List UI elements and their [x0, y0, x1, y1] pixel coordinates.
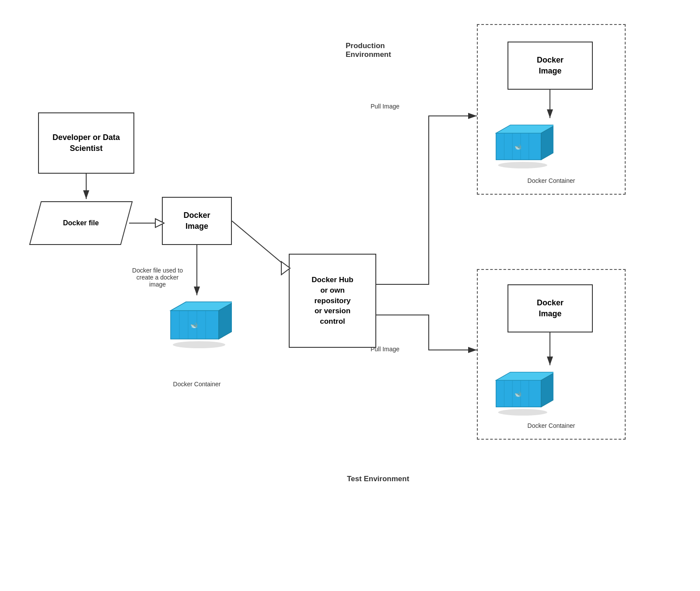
svg-text:🐋: 🐋	[514, 390, 522, 398]
docker-image-mid-box: DockerImage	[162, 197, 232, 245]
docker-image-test-box: DockerImage	[508, 284, 593, 332]
svg-text:🐋: 🐋	[190, 322, 198, 329]
docker-container-mid-icon: 🐋	[162, 297, 232, 350]
docker-container-mid-caption: Docker Container	[162, 381, 232, 388]
docker-container-test-icon: 🐋	[488, 367, 553, 418]
dockerfile-box: Docker file	[29, 201, 133, 245]
production-env-label: ProductionEnvironment	[346, 42, 433, 59]
docker-hub-box: Docker Hubor ownrepositoryor versioncont…	[289, 254, 376, 348]
dockerfile-caption: Docker file used tocreate a dockerimage	[116, 267, 199, 288]
svg-point-25	[498, 409, 547, 416]
pull-image-bottom-label: Pull Image	[354, 346, 416, 353]
docker-container-test-caption: Docker Container	[481, 422, 621, 429]
docker-container-prod-icon: 🐋	[488, 120, 553, 171]
developer-box: Developer or Data Scientist	[38, 112, 134, 174]
diagram: Developer or Data Scientist Docker file …	[0, 0, 700, 591]
pull-image-top-label: Pull Image	[354, 103, 416, 110]
svg-point-16	[498, 162, 547, 168]
test-env-label: Test Environment	[347, 475, 434, 483]
svg-point-7	[173, 341, 225, 348]
svg-line-32	[232, 221, 287, 267]
docker-image-prod-box: DockerImage	[508, 42, 593, 90]
docker-container-prod-caption: Docker Container	[481, 177, 621, 184]
svg-text:🐋: 🐋	[514, 143, 522, 150]
